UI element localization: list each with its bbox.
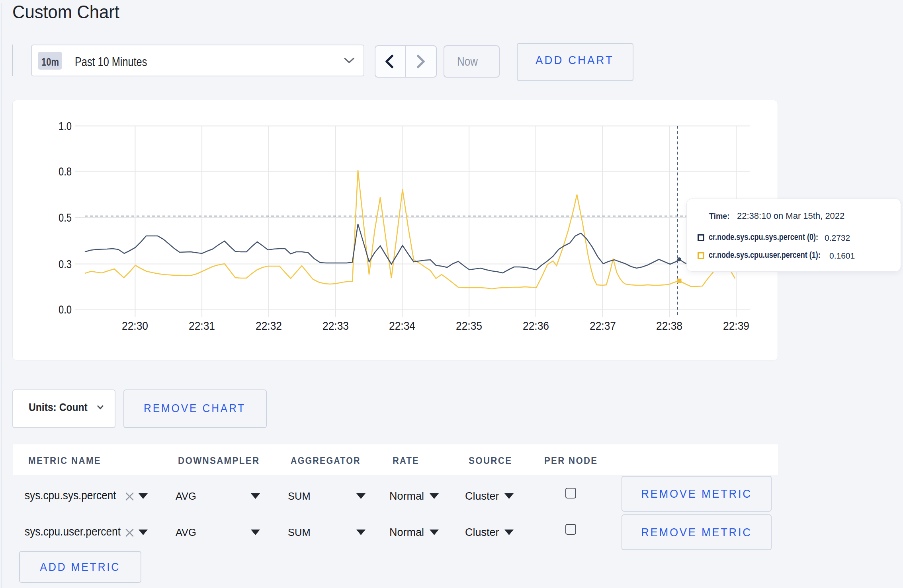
svg-text:22:32: 22:32 bbox=[256, 319, 282, 332]
svg-text:22:31: 22:31 bbox=[189, 319, 215, 332]
svg-text:0.8: 0.8 bbox=[59, 165, 72, 178]
svg-text:22:35: 22:35 bbox=[456, 319, 482, 332]
svg-text:22:38: 22:38 bbox=[656, 319, 682, 332]
svg-text:22:37: 22:37 bbox=[590, 319, 616, 332]
svg-text:22:34: 22:34 bbox=[389, 319, 415, 332]
svg-text:22:30: 22:30 bbox=[122, 319, 148, 332]
svg-text:22:36: 22:36 bbox=[523, 319, 549, 332]
svg-text:0.0: 0.0 bbox=[59, 303, 72, 316]
svg-text:0.3: 0.3 bbox=[59, 257, 72, 271]
svg-text:22:39: 22:39 bbox=[723, 319, 749, 332]
svg-text:22:33: 22:33 bbox=[322, 319, 349, 332]
svg-text:1.0: 1.0 bbox=[59, 119, 72, 132]
svg-text:0.5: 0.5 bbox=[59, 211, 72, 224]
